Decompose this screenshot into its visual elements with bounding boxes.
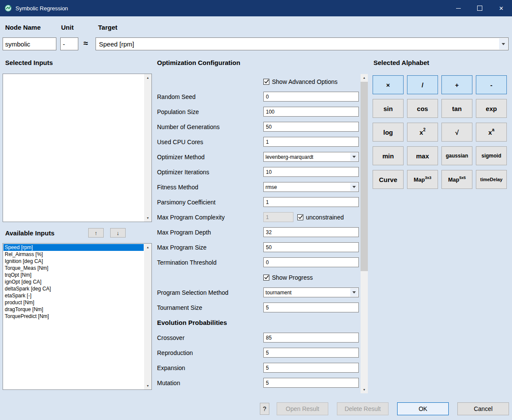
alphabet-sqrt-button[interactable]: √ [441, 123, 472, 142]
maximize-button[interactable] [469, 0, 490, 16]
selected-inputs-scrollbar[interactable]: ▲ ▼ [144, 74, 151, 222]
checkbox-label: Show Advanced Options [272, 78, 338, 85]
move-up-button[interactable]: ↑ [88, 228, 104, 238]
termination-threshold-control [263, 257, 359, 267]
available-inputs-title: Available Inputs [5, 229, 54, 237]
scroll-up-icon[interactable]: ▲ [361, 74, 368, 81]
cancel-button[interactable]: Cancel [457, 402, 509, 415]
alphabet-add-button[interactable]: + [441, 75, 472, 94]
alphabet-tan-button[interactable]: tan [441, 99, 472, 118]
parsimony-coefficient-input[interactable] [263, 197, 359, 207]
list-item-rel-airmass[interactable]: Rel_Airmass [%] [3, 251, 144, 258]
list-item-ignition-deg-ca[interactable]: Ignition [deg CA] [3, 258, 144, 265]
alphabet-divide-button[interactable]: / [407, 75, 438, 94]
max-program-complexity-input[interactable] [263, 212, 293, 222]
list-item-etaspark[interactable]: etaSpark [-] [3, 292, 144, 299]
title-bar[interactable]: Symbolic Regression ✕ [0, 0, 512, 16]
fitness-method-label: Fitness Method [157, 184, 263, 191]
population-size-input[interactable] [263, 107, 359, 117]
list-item-dragtorque-nm[interactable]: dragTorque [Nm] [3, 306, 144, 313]
available-inputs-scrollbar[interactable]: ▲ ▼ [144, 244, 151, 389]
scrollbar-thumb[interactable] [361, 82, 368, 271]
window-title: Symbolic Regression [15, 5, 68, 12]
alphabet-cos-button[interactable]: cos [407, 99, 438, 118]
node-name-input[interactable] [3, 37, 56, 50]
optimization-title: Optimization Configuration [157, 59, 240, 66]
scroll-up-icon[interactable]: ▲ [144, 244, 151, 251]
alphabet-log-button[interactable]: log [373, 123, 404, 142]
alphabet-map-5x5-button[interactable]: Map5x5 [441, 170, 472, 189]
unit-input[interactable] [60, 37, 78, 50]
alphabet-max-button[interactable]: max [407, 146, 438, 165]
list-item-trqopt-nm[interactable]: trqOpt [Nm] [3, 272, 144, 278]
chevron-down-icon [350, 288, 358, 296]
program-selection-method-select[interactable]: tournament [263, 287, 359, 297]
window-controls: ✕ [447, 0, 512, 16]
alphabet-sin-button[interactable]: sin [373, 99, 404, 118]
show-progress-checkbox[interactable]: Show Progress [263, 274, 313, 281]
checkbox-box [297, 214, 303, 220]
optimizer-iterations-input[interactable] [263, 167, 359, 177]
max-program-complexity-control: unconstrained [263, 212, 359, 222]
ok-button[interactable]: OK [397, 402, 449, 415]
delete-result-button[interactable]: Delete Result [337, 402, 389, 415]
alphabet-label: √ [455, 129, 459, 136]
used-cpu-cores-input[interactable] [263, 137, 359, 147]
optimizer-method-value: levenberg-marquardt [265, 154, 313, 160]
unconstrained-checkbox[interactable]: unconstrained [297, 214, 344, 221]
mutation-input[interactable] [263, 378, 359, 388]
number-of-generations-label: Number of Generations [157, 124, 263, 130]
population-size-label: Population Size [157, 108, 263, 115]
alphabet-power-button[interactable]: xa [476, 123, 507, 142]
scroll-down-icon[interactable]: ▼ [144, 382, 151, 389]
alphabet-map-3x3-button[interactable]: Map3x3 [407, 170, 438, 189]
alphabet-min-button[interactable]: min [373, 146, 404, 165]
random-seed-control [263, 92, 359, 102]
selected-inputs-list[interactable]: ▲ ▼ [3, 74, 152, 222]
target-select[interactable]: Speed [rpm] [96, 37, 509, 50]
random-seed-input[interactable] [263, 92, 359, 102]
alphabet-gaussian-button[interactable]: gaussian [441, 146, 472, 165]
list-item-ignopt-deg-ca[interactable]: ignOpt [deg CA] [3, 278, 144, 285]
max-program-depth-input[interactable] [263, 227, 359, 237]
scroll-down-icon[interactable]: ▼ [361, 386, 368, 393]
minimize-button[interactable] [447, 0, 469, 16]
alphabet-multiply-button[interactable]: × [373, 75, 404, 94]
open-result-button[interactable]: Open Result [277, 402, 328, 415]
list-item-torque-meas-nm[interactable]: Torque_Meas [Nm] [3, 265, 144, 272]
max-program-depth-label: Max Program Depth [157, 229, 263, 236]
show-advanced-options-checkbox[interactable]: Show Advanced Options [263, 78, 338, 85]
alphabet-exp-button[interactable]: exp [476, 99, 507, 118]
crossover-input[interactable] [263, 333, 359, 343]
alphabet-curve-button[interactable]: Curve [373, 170, 404, 189]
expansion-input[interactable] [263, 363, 359, 373]
fitness-method-select[interactable]: rmse [263, 182, 359, 192]
mutation-control [263, 378, 359, 388]
list-item-deltaspark-deg-ca[interactable]: deltaSpark [deg CA] [3, 285, 144, 292]
list-item-speed-rpm[interactable]: Speed [rpm] [3, 244, 144, 251]
alphabet-sigmoid-button[interactable]: sigmoid [476, 146, 507, 165]
alphabet-label: x [488, 129, 492, 136]
subheading-evolution-probabilities: Evolution Probabilities [157, 319, 227, 326]
help-button[interactable]: ? [260, 403, 269, 415]
scroll-up-icon[interactable]: ▲ [144, 74, 151, 81]
alphabet-time-delay-button[interactable]: timeDelay [476, 170, 507, 189]
alphabet-subtract-button[interactable]: - [476, 75, 507, 94]
move-down-button[interactable]: ↓ [110, 228, 126, 238]
list-item-product-nm[interactable]: product [Nm] [3, 299, 144, 306]
optimization-scrollbar[interactable]: ▲ ▼ [361, 74, 368, 393]
tournament-size-input[interactable] [263, 303, 359, 312]
list-item-torquepredict-nm[interactable]: TorquePredict [Nm] [3, 313, 144, 320]
scroll-down-icon[interactable]: ▼ [144, 214, 151, 222]
max-program-size-input[interactable] [263, 242, 359, 252]
optimizer-method-select[interactable]: levenberg-marquardt [263, 152, 359, 162]
maximize-icon [477, 6, 482, 11]
reproduction-input[interactable] [263, 348, 359, 358]
available-inputs-list[interactable]: Speed [rpm]Rel_Airmass [%]Ignition [deg … [3, 243, 152, 390]
alphabet-square-button[interactable]: x2 [407, 123, 438, 142]
selected-inputs-title: Selected Inputs [5, 59, 53, 66]
number-of-generations-input[interactable] [263, 122, 359, 132]
close-button[interactable]: ✕ [490, 0, 512, 16]
minimize-icon [456, 8, 461, 9]
termination-threshold-input[interactable] [263, 257, 359, 267]
